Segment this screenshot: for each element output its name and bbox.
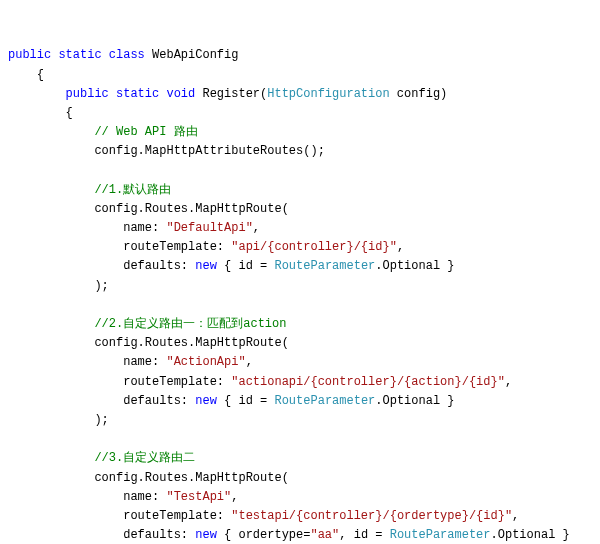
string-literal: "aa" [310,528,339,542]
string-literal: "testapi/{controller}/{ordertype}/{id}" [231,509,512,523]
code-line: config.Routes.MapHttpRoute( [8,202,289,216]
code-segment: , [512,509,519,523]
comment: // Web API 路由 [94,125,197,139]
method-name: Register( [195,87,267,101]
code-segment: name: [8,355,166,369]
type-name: RouteParameter [274,394,375,408]
code-segment: .Optional } [375,394,454,408]
type-name: RouteParameter [390,528,491,542]
code-segment: , [505,375,512,389]
open-brace: { [8,68,44,82]
code-segment: , [231,490,238,504]
code-line: config.MapHttpAttributeRoutes(); [8,144,325,158]
code-segment: defaults: [8,394,195,408]
keyword: new [195,259,224,273]
code-segment: { ordertype= [224,528,310,542]
string-literal: "api/{controller}/{id}" [231,240,397,254]
type-name: HttpConfiguration [267,87,389,101]
code-segment: , [253,221,260,235]
code-segment: defaults: [8,259,195,273]
code-segment: name: [8,221,166,235]
indent [8,183,94,197]
class-name: WebApiConfig [145,48,239,62]
keyword: new [195,394,224,408]
keyword: public static class [8,48,145,62]
type-name: RouteParameter [274,259,375,273]
param: config) [390,87,448,101]
code-segment: routeTemplate: [8,375,231,389]
code-line: ); [8,413,109,427]
comment: //1.默认路由 [94,183,171,197]
code-segment: .Optional } [491,528,570,542]
indent [8,317,94,331]
code-line: config.Routes.MapHttpRoute( [8,336,289,350]
code-segment: { id = [224,394,274,408]
code-segment: { id = [224,259,274,273]
code-segment: , [246,355,253,369]
string-literal: "ActionApi" [166,355,245,369]
string-literal: "TestApi" [166,490,231,504]
string-literal: "DefaultApi" [166,221,252,235]
code-segment: name: [8,490,166,504]
code-segment: routeTemplate: [8,240,231,254]
code-segment: defaults: [8,528,195,542]
indent [8,451,94,465]
comment: //2.自定义路由一：匹配到action [94,317,286,331]
keyword: public static void [66,87,196,101]
code-line: config.Routes.MapHttpRoute( [8,471,289,485]
indent [8,125,94,139]
keyword: new [195,528,224,542]
code-segment: routeTemplate: [8,509,231,523]
code-line: ); [8,279,109,293]
code-segment: , [397,240,404,254]
string-literal: "actionapi/{controller}/{action}/{id}" [231,375,505,389]
code-segment: .Optional } [375,259,454,273]
open-brace: { [8,106,73,120]
code-segment: , id = [339,528,389,542]
code-block: public static class WebApiConfig { publi… [8,46,592,544]
comment: //3.自定义路由二 [94,451,195,465]
indent [8,87,66,101]
